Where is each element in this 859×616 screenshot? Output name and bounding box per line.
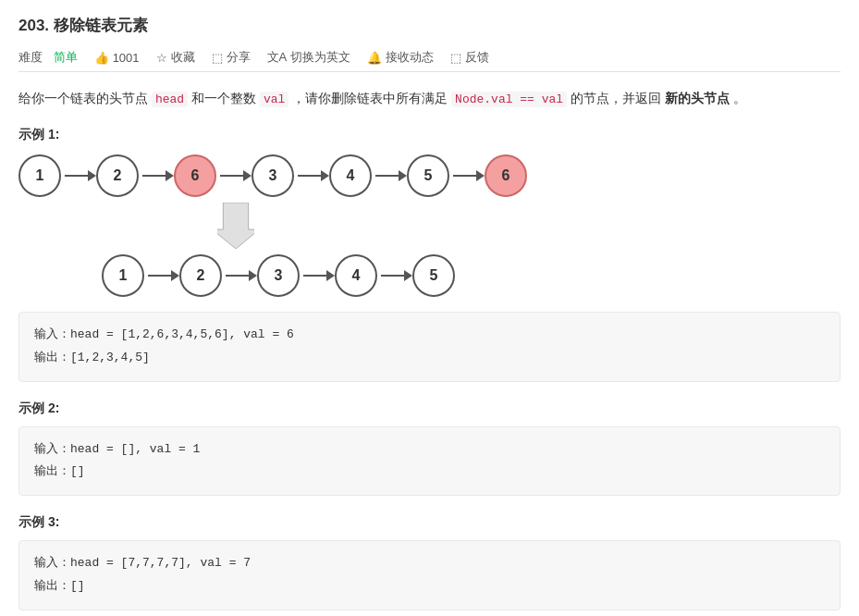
result-node-3: 3 bbox=[257, 254, 300, 297]
feedback-icon: ⬚ bbox=[450, 51, 461, 65]
example1-code-block: 输入：head = [1,2,6,3,4,5,6], val = 6 输出：[1… bbox=[18, 312, 841, 381]
result-arrow-4 bbox=[377, 270, 412, 281]
node-4: 4 bbox=[329, 154, 372, 197]
example1-diagram: 1 2 6 3 4 5 6 1 bbox=[18, 154, 841, 297]
arrow-5 bbox=[372, 170, 407, 181]
arrow-3 bbox=[216, 170, 252, 181]
result-node-1: 1 bbox=[102, 254, 144, 297]
feedback-button[interactable]: ⬚ 反馈 bbox=[450, 49, 489, 66]
arrow-2 bbox=[139, 170, 174, 181]
problem-title: 203. 移除链表元素 bbox=[18, 15, 841, 36]
svg-marker-0 bbox=[217, 203, 254, 249]
example1-title: 示例 1: bbox=[18, 127, 841, 143]
node-2: 2 bbox=[96, 154, 139, 197]
node-6b: 6 bbox=[485, 154, 527, 197]
share-icon: ⬚ bbox=[212, 51, 223, 65]
like-button[interactable]: 👍 1001 bbox=[94, 51, 140, 65]
arrow-6 bbox=[449, 170, 485, 181]
node-3: 3 bbox=[252, 154, 294, 197]
node-5: 5 bbox=[407, 154, 449, 197]
thumb-icon: 👍 bbox=[94, 51, 109, 65]
notify-button[interactable]: 🔔 接收动态 bbox=[367, 49, 434, 66]
example2-output: 输出：[] bbox=[34, 461, 825, 484]
share-button[interactable]: ⬚ 分享 bbox=[212, 49, 251, 66]
code-head: head bbox=[152, 92, 188, 107]
code-val: val bbox=[260, 92, 288, 107]
problem-description: 给你一个链表的头节点 head 和一个整数 val ，请你删除链表中所有满足 N… bbox=[18, 87, 841, 110]
example3-title: 示例 3: bbox=[18, 514, 841, 531]
switch-lang-button[interactable]: 文A 切换为英文 bbox=[267, 49, 351, 66]
translate-icon: 文A bbox=[267, 49, 288, 66]
list-row-2: 1 2 3 4 5 bbox=[102, 254, 455, 297]
example3-input: 输入：head = [7,7,7,7], val = 7 bbox=[34, 552, 825, 575]
star-icon: ☆ bbox=[156, 51, 167, 65]
keyword-new-head: 新的头节点 bbox=[665, 91, 730, 105]
list-row-1: 1 2 6 3 4 5 6 bbox=[18, 154, 527, 197]
example2-input: 输入：head = [], val = 1 bbox=[34, 438, 825, 462]
example2-section: 示例 2: 输入：head = [], val = 1 输出：[] bbox=[18, 400, 841, 496]
example3-output: 输出：[] bbox=[34, 575, 825, 598]
example3-code-block: 输入：head = [7,7,7,7], val = 7 输出：[] bbox=[18, 540, 841, 610]
node-6a: 6 bbox=[174, 154, 216, 197]
example2-title: 示例 2: bbox=[18, 400, 841, 417]
down-arrow-area bbox=[217, 203, 254, 249]
difficulty-label: 难度 简单 bbox=[18, 49, 78, 66]
arrow-1 bbox=[61, 170, 96, 181]
page-container: 203. 移除链表元素 难度 简单 👍 1001 ☆ 收藏 ⬚ 分享 文A 切换… bbox=[0, 0, 859, 616]
code-condition: Node.val == val bbox=[451, 92, 567, 107]
result-arrow-2 bbox=[222, 270, 257, 281]
node-1: 1 bbox=[18, 154, 61, 197]
example1-output: 输出：[1,2,3,4,5] bbox=[34, 347, 825, 370]
down-arrow-icon bbox=[217, 203, 254, 249]
example1-input: 输入：head = [1,2,6,3,4,5,6], val = 6 bbox=[34, 324, 825, 347]
example1-section: 示例 1: 1 2 6 3 4 5 6 bbox=[18, 127, 841, 381]
collect-button[interactable]: ☆ 收藏 bbox=[156, 49, 195, 66]
result-arrow-1 bbox=[144, 270, 179, 281]
result-arrow-3 bbox=[300, 270, 335, 281]
difficulty-value[interactable]: 简单 bbox=[54, 49, 78, 66]
arrow-4 bbox=[294, 170, 329, 181]
toolbar: 难度 简单 👍 1001 ☆ 收藏 ⬚ 分享 文A 切换为英文 🔔 接收动态 ⬚… bbox=[18, 43, 841, 72]
bell-icon: 🔔 bbox=[367, 51, 382, 65]
result-node-5: 5 bbox=[412, 254, 455, 297]
example2-code-block: 输入：head = [], val = 1 输出：[] bbox=[18, 426, 841, 496]
result-node-2: 2 bbox=[179, 254, 222, 297]
result-node-4: 4 bbox=[335, 254, 377, 297]
example3-section: 示例 3: 输入：head = [7,7,7,7], val = 7 输出：[] bbox=[18, 514, 841, 610]
